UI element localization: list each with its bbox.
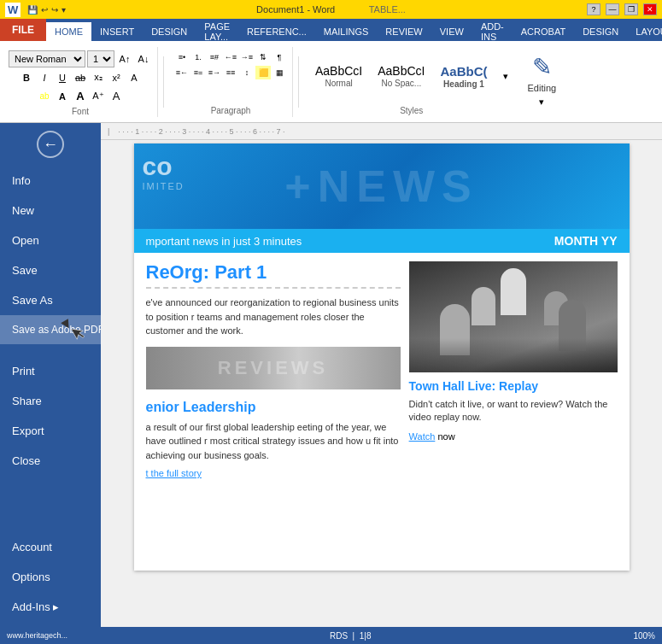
bullets-btn[interactable]: ≡•	[174, 50, 190, 64]
style-heading1[interactable]: AaBbC( Heading 1	[435, 50, 494, 102]
justify-btn[interactable]: ≡≡	[223, 66, 238, 79]
line-spacing-btn[interactable]: ↕	[239, 66, 255, 79]
strikethrough-btn[interactable]: ab	[72, 69, 89, 86]
tab-acrobat[interactable]: ACROBAT	[513, 22, 574, 41]
back-button[interactable]: ←	[0, 123, 101, 166]
align-right-btn[interactable]: ≡→	[207, 66, 222, 79]
town-hall-image	[409, 261, 618, 372]
styles-group-label: Styles	[400, 106, 423, 115]
subscript-btn[interactable]: x₂	[90, 69, 107, 86]
align-left-btn[interactable]: ≡←	[174, 66, 190, 79]
image-overlay	[409, 338, 618, 372]
file-menu: ← Info New Open Save Save As Save as Ado…	[0, 123, 101, 627]
editing-label: Editing	[528, 83, 557, 93]
tab-references[interactable]: REFERENC...	[238, 22, 315, 41]
menu-item-export[interactable]: Export	[0, 416, 101, 446]
align-center-btn[interactable]: ≡=	[190, 66, 206, 79]
file-tab[interactable]: FILE	[0, 19, 46, 41]
doc-content: ReOrg: Part 1 e've announced our reorgan…	[134, 253, 630, 488]
clear-format-btn[interactable]: A⁺	[90, 88, 107, 105]
text-effects-btn[interactable]: A	[126, 69, 143, 86]
style-nospace-label: No Spac...	[382, 79, 422, 88]
section-title: enior Leadership	[146, 400, 401, 415]
tab-pagelayout[interactable]: PAGE LAY...	[196, 22, 238, 41]
font-size-select[interactable]: 12	[87, 50, 114, 67]
border-btn[interactable]: ▦	[272, 66, 287, 79]
back-circle-icon: ←	[37, 131, 64, 158]
tab-review[interactable]: REVIEW	[377, 22, 431, 41]
customize-qat-btn[interactable]: ▾	[62, 5, 66, 15]
menu-item-print[interactable]: Print	[0, 356, 101, 386]
text-highlight-btn[interactable]: ab	[36, 88, 53, 105]
decrease-indent-btn[interactable]: ←≡	[223, 50, 238, 64]
menu-item-share[interactable]: Share	[0, 386, 101, 416]
font-color-btn[interactable]: A	[54, 88, 71, 105]
help-btn[interactable]: ?	[587, 3, 600, 15]
style-normal[interactable]: AaBbCcI Normal	[309, 50, 368, 102]
menu-item-new[interactable]: New	[0, 196, 101, 225]
tab-mailings[interactable]: MAILINGS	[315, 22, 378, 41]
document-area: | · · · · 1 · · · · 2 · · · · 3 · · · · …	[101, 123, 662, 627]
section-body: a result of our first global leadership …	[146, 420, 401, 463]
close-btn[interactable]: ✕	[643, 3, 657, 15]
menu-item-info[interactable]: Info	[0, 166, 101, 196]
tab-layout[interactable]: LAYOUT	[627, 22, 662, 41]
tab-design[interactable]: DESIGN	[143, 22, 196, 41]
ribbon-group-paragraph: ≡• 1. ≡# ←≡ →≡ ⇅ ¶ ≡← ≡= ≡→ ≡≡ ↕ 🟨 ▦	[169, 47, 293, 117]
news-header-image: +NEWS co IMITED	[134, 143, 630, 229]
ribbon-group-editing: ✎ Editing ▾	[521, 47, 564, 117]
minimize-btn[interactable]: —	[606, 3, 619, 15]
show-para-btn[interactable]: ¶	[272, 50, 287, 64]
read-more-link[interactable]: t the full story	[146, 467, 401, 479]
menu-item-options[interactable]: Options	[0, 562, 101, 592]
styles-more-btn[interactable]: ▾	[497, 67, 514, 85]
watch-link[interactable]: Watch	[409, 431, 436, 442]
shading-btn[interactable]: 🟨	[255, 66, 271, 79]
title-bar-left: W 💾 ↩ ↪ ▾	[5, 3, 66, 17]
tab-view[interactable]: VIEW	[431, 22, 472, 41]
char-shading-btn[interactable]: A	[108, 88, 125, 105]
redo-btn[interactable]: ↪	[51, 5, 58, 15]
menu-item-close[interactable]: Close	[0, 446, 101, 476]
underline-btn[interactable]: U	[54, 69, 71, 86]
town-hall-body: Didn't catch it live, or want to review?…	[409, 398, 618, 424]
news-sublogo: IMITED	[143, 181, 185, 191]
style-no-spacing[interactable]: AaBbCcI No Spac...	[372, 50, 431, 102]
italic-btn[interactable]: I	[36, 69, 53, 86]
tab-home[interactable]: HOME	[46, 22, 91, 41]
sort-btn[interactable]: ⇅	[255, 50, 271, 64]
menu-item-open[interactable]: Open	[0, 225, 101, 255]
ribbon-group-styles: AaBbCcI Normal AaBbCcI No Spac... AaBbC(…	[304, 47, 519, 117]
font-format-row: B I U ab x₂ x² A	[18, 69, 143, 86]
main-layout: ← Info New Open Save Save As Save as Ado…	[0, 123, 662, 627]
bold-btn[interactable]: B	[18, 69, 35, 86]
menu-item-saveas[interactable]: Save As	[0, 285, 101, 315]
style-nospace-preview: AaBbCcI	[378, 64, 425, 79]
undo-btn[interactable]: ↩	[41, 5, 48, 15]
font-family-select[interactable]: New Roman	[9, 50, 85, 67]
decrease-font-btn[interactable]: A↓	[135, 50, 152, 67]
town-hall-title: Town Hall Live: Replay	[409, 379, 618, 393]
menu-item-save[interactable]: Save	[0, 255, 101, 285]
watch-row: Watch now	[409, 431, 618, 442]
superscript-btn[interactable]: x²	[108, 69, 125, 86]
news-logo: co	[143, 152, 173, 181]
window-title: Document1 - Word TABLE...	[256, 4, 406, 15]
increase-indent-btn[interactable]: →≡	[239, 50, 255, 64]
numbering-btn[interactable]: 1.	[190, 50, 206, 64]
save-qat-btn[interactable]: 💾	[27, 5, 38, 15]
tab-design2[interactable]: DESIGN	[574, 22, 627, 41]
increase-font-btn[interactable]: A↑	[116, 50, 133, 67]
editing-dropdown-btn[interactable]: ▾	[533, 93, 550, 110]
multilevel-btn[interactable]: ≡#	[207, 50, 222, 64]
tab-addins[interactable]: ADD-INS	[472, 22, 513, 41]
maximize-btn[interactable]: ❐	[624, 3, 638, 15]
font-size-a-btn[interactable]: A	[72, 88, 89, 105]
status-words: RDS | 1|8	[330, 631, 372, 641]
tab-insert[interactable]: INSERT	[91, 22, 143, 41]
menu-item-addins[interactable]: Add-Ins ▸	[0, 592, 101, 622]
font-color-row: ab A A A⁺ A	[36, 88, 125, 105]
file-menu-bottom: Account Options Add-Ins ▸	[0, 532, 101, 627]
ribbon-group-font: New Roman 12 A↑ A↓ B I U ab x₂ x² A	[3, 47, 158, 117]
menu-item-account[interactable]: Account	[0, 532, 101, 562]
